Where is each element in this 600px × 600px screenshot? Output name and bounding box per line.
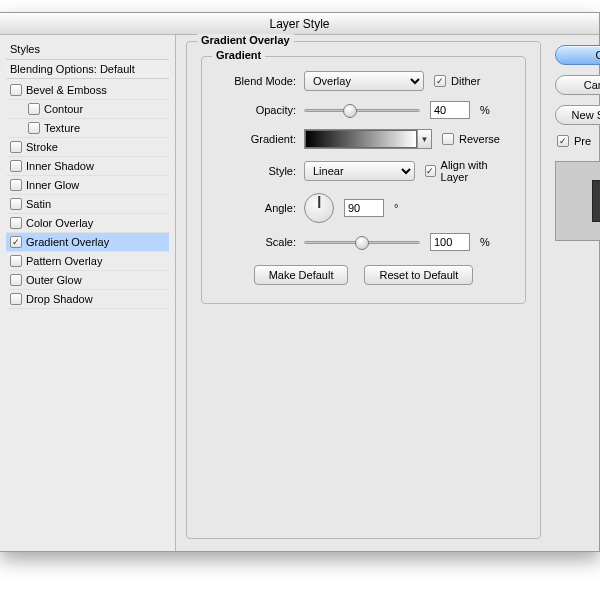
checkbox-icon[interactable] (10, 84, 22, 96)
ok-button[interactable]: O (555, 45, 600, 65)
sidebar-item-label: Pattern Overlay (26, 255, 102, 267)
checkbox-icon[interactable] (10, 179, 22, 191)
sidebar-item-outer-glow[interactable]: Outer Glow (6, 271, 169, 290)
gradient-overlay-group: Gradient Overlay Gradient Blend Mode: Ov… (186, 41, 541, 539)
sidebar-item-label: Texture (44, 122, 80, 134)
sidebar-item-stroke[interactable]: Stroke (6, 138, 169, 157)
reset-to-default-button[interactable]: Reset to Default (364, 265, 473, 285)
sidebar-item-satin[interactable]: Satin (6, 195, 169, 214)
scale-input[interactable] (430, 233, 470, 251)
angle-needle-icon (318, 196, 320, 208)
reverse-label: Reverse (459, 133, 500, 145)
dialog-right-rail: O Can New S Pre (551, 35, 599, 551)
blend-mode-select[interactable]: Overlay (304, 71, 424, 91)
gradient-picker[interactable]: ▼ (304, 129, 432, 149)
cancel-button[interactable]: Can (555, 75, 600, 95)
opacity-label: Opacity: (216, 104, 296, 116)
sidebar-item-inner-shadow[interactable]: Inner Shadow (6, 157, 169, 176)
new-style-button[interactable]: New S (555, 105, 600, 125)
align-checkbox[interactable]: Align with Layer (425, 159, 511, 183)
subgroup-title: Gradient (212, 49, 265, 61)
style-label: Style: (216, 165, 296, 177)
scale-unit: % (480, 236, 490, 248)
scale-label: Scale: (216, 236, 296, 248)
preview-inner (592, 180, 600, 222)
checkbox-icon[interactable] (10, 274, 22, 286)
gradient-swatch (305, 130, 417, 148)
reverse-checkbox[interactable]: Reverse (442, 133, 500, 145)
styles-heading[interactable]: Styles (6, 41, 169, 59)
checkbox-icon[interactable] (28, 122, 40, 134)
sidebar-item-pattern-overlay[interactable]: Pattern Overlay (6, 252, 169, 271)
checkbox-icon[interactable] (28, 103, 40, 115)
preview-swatch (555, 161, 600, 241)
gradient-label: Gradient: (216, 133, 296, 145)
dither-checkbox[interactable]: Dither (434, 75, 480, 87)
preview-checkbox[interactable]: Pre (557, 135, 591, 147)
sidebar-item-contour[interactable]: Contour (6, 100, 169, 119)
sidebar-item-label: Contour (44, 103, 83, 115)
sidebar-item-label: Inner Glow (26, 179, 79, 191)
scale-slider[interactable] (304, 234, 420, 250)
angle-unit: ° (394, 202, 398, 214)
dialog-title: Layer Style (0, 13, 599, 35)
styles-sidebar: Styles Blending Options: Default Bevel &… (0, 35, 176, 551)
checkbox-icon (425, 165, 436, 177)
dither-label: Dither (451, 75, 480, 87)
angle-input[interactable] (344, 199, 384, 217)
sidebar-item-texture[interactable]: Texture (6, 119, 169, 138)
checkbox-icon[interactable] (10, 198, 22, 210)
gradient-subgroup: Gradient Blend Mode: Overlay Dither (201, 56, 526, 304)
sidebar-item-label: Gradient Overlay (26, 236, 109, 248)
preview-label: Pre (574, 135, 591, 147)
sidebar-item-color-overlay[interactable]: Color Overlay (6, 214, 169, 233)
sidebar-item-label: Drop Shadow (26, 293, 93, 305)
chevron-down-icon[interactable]: ▼ (417, 130, 431, 148)
checkbox-icon[interactable] (10, 236, 22, 248)
sidebar-item-label: Inner Shadow (26, 160, 94, 172)
blend-mode-label: Blend Mode: (216, 75, 296, 87)
opacity-input[interactable] (430, 101, 470, 119)
checkbox-icon (442, 133, 454, 145)
sidebar-item-label: Outer Glow (26, 274, 82, 286)
checkbox-icon (434, 75, 446, 87)
opacity-slider[interactable] (304, 102, 420, 118)
sidebar-item-label: Bevel & Emboss (26, 84, 107, 96)
effect-settings-panel: Gradient Overlay Gradient Blend Mode: Ov… (176, 35, 551, 551)
checkbox-icon[interactable] (10, 160, 22, 172)
sidebar-item-label: Color Overlay (26, 217, 93, 229)
align-label: Align with Layer (441, 159, 511, 183)
style-select[interactable]: Linear (304, 161, 415, 181)
checkbox-icon[interactable] (10, 141, 22, 153)
sidebar-item-label: Satin (26, 198, 51, 210)
sidebar-item-gradient-overlay[interactable]: Gradient Overlay (6, 233, 169, 252)
angle-label: Angle: (216, 202, 296, 214)
checkbox-icon[interactable] (10, 217, 22, 229)
sidebar-item-label: Stroke (26, 141, 58, 153)
opacity-unit: % (480, 104, 490, 116)
checkbox-icon (557, 135, 569, 147)
group-title: Gradient Overlay (197, 34, 294, 46)
blending-options-row[interactable]: Blending Options: Default (6, 59, 169, 79)
sidebar-item-bevel-emboss[interactable]: Bevel & Emboss (6, 81, 169, 100)
sidebar-item-inner-glow[interactable]: Inner Glow (6, 176, 169, 195)
sidebar-item-drop-shadow[interactable]: Drop Shadow (6, 290, 169, 309)
checkbox-icon[interactable] (10, 255, 22, 267)
angle-dial[interactable] (304, 193, 334, 223)
checkbox-icon[interactable] (10, 293, 22, 305)
layer-style-dialog: Layer Style Styles Blending Options: Def… (0, 12, 600, 552)
make-default-button[interactable]: Make Default (254, 265, 349, 285)
